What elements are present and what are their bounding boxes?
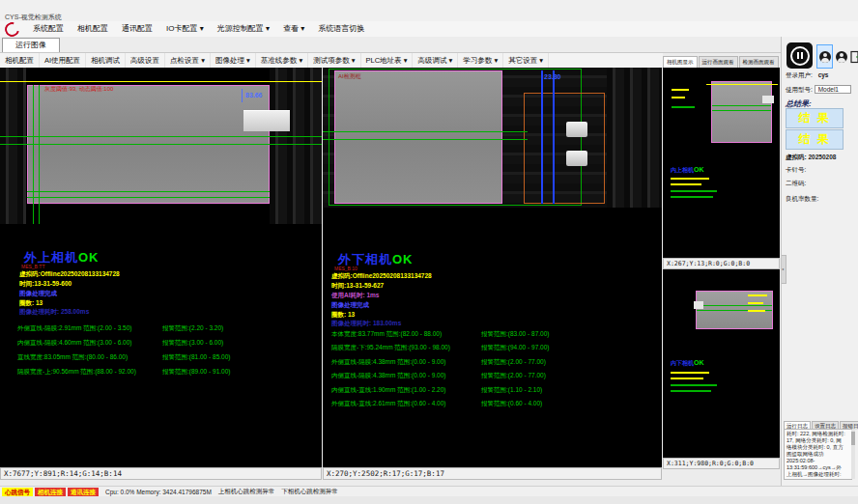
pixel-coordinate-bar: X:270;Y:2502;R:17;G:17;B:17 <box>323 467 662 480</box>
menu-comm-config[interactable]: 通讯配置 <box>115 21 159 37</box>
tool-learning-params[interactable]: 学习参数 ▾ <box>458 53 503 68</box>
measurement-text: 隔膜宽度-上:90.56mm 范围:(88.00 - 92.00) <box>17 368 136 377</box>
scrollbar-thumb[interactable] <box>851 432 855 445</box>
measurement-text: 外侧直线-隔膜:2.91mm 范围:(2.00 - 3.50) <box>17 324 131 333</box>
mini-part-region <box>711 81 772 143</box>
camera-name: 内下相机 <box>671 360 694 366</box>
mini-result-title: 内上相机OK <box>671 166 704 175</box>
pause-button[interactable] <box>786 42 813 69</box>
measure-value-label: 83.66 <box>245 92 263 98</box>
time-line: 时间:13-31-59-600 <box>19 280 72 289</box>
annotation-mark <box>672 89 689 91</box>
user-button[interactable] <box>816 44 833 69</box>
tool-advanced-debug[interactable]: 高级调试 ▾ <box>413 53 458 68</box>
window-titlebar: CYS-视觉检测系统 <box>0 0 858 21</box>
alarm-range: 报警范围:(2.00 - 77.00) <box>481 358 546 367</box>
collapse-handle[interactable]: ◂ <box>782 255 786 284</box>
log-output[interactable]: 耗时: 222, 网络检测耗时: 17, 网络分类耗时: 0, 网络模块分类耗时… <box>784 429 852 480</box>
overlay-green-line <box>697 305 772 306</box>
camera-status: OK <box>78 250 100 265</box>
thumb-tab-row: 相机图显示 运行画面观看 检测画面观看 <box>663 53 780 68</box>
overlay-green-vline <box>39 85 40 224</box>
overlay-blue-vline <box>553 70 555 204</box>
annotation-mark <box>671 378 703 379</box>
camera-name: 内上相机 <box>671 167 694 173</box>
annotation-mark <box>671 384 717 386</box>
camera-image-upper[interactable]: 灰度阈值:93, 动态阈值:100 83.66 <box>0 68 322 224</box>
menu-camera-config[interactable]: 相机配置 <box>71 21 115 37</box>
yield-count-label: 良机率数量: <box>786 195 818 204</box>
annotation-mark <box>672 106 695 108</box>
tool-spot-check[interactable]: 点检设置 ▾ <box>165 53 211 68</box>
alarm-range: 报警范围:(81.00 - 85.00) <box>162 353 230 362</box>
overlay-green-vline <box>33 85 34 224</box>
elapsed-line: 图像处理耗时: 258.00ms <box>19 308 89 317</box>
measurement-text: 内侧直线-隔膜:4.60mm 范围:(3.00 - 6.00) <box>17 339 131 348</box>
tool-test-params[interactable]: 测试项参数 ▾ <box>308 53 360 68</box>
tool-advanced-settings[interactable]: 高级设置 <box>126 53 165 68</box>
right-sidebar: 登录用户: cys 使用型号: Model1 总结果: 结 果 结 果 虚拟码:… <box>781 37 858 486</box>
tab-detect-view[interactable]: 检测画面观看 <box>739 56 779 68</box>
tool-plc-address[interactable]: PLC地址表 ▾ <box>361 53 414 68</box>
overlay-green-line <box>27 197 270 198</box>
count-line: 圈数: 13 <box>19 299 43 308</box>
camera-panel-lower: AI检测框 23.80 外下相机OK MES_B:10 虚拟码:Offline2… <box>323 68 662 480</box>
overlay-green-line <box>712 105 771 106</box>
process-line: 图像处理完成 <box>331 301 369 310</box>
alarm-range: 报警范围:(83.00 - 87.00) <box>481 330 549 339</box>
ai-box-label: AI检测框 <box>338 72 361 81</box>
operator-button[interactable] <box>833 44 849 69</box>
connector-tab <box>694 301 703 309</box>
thumbnail-camera-1[interactable]: 内上相机OK <box>663 68 780 258</box>
menu-io-config[interactable]: IO卡配置 ▾ <box>159 21 211 37</box>
overlay-blue-vline <box>541 70 543 204</box>
login-user-label: 登录用户: <box>786 71 813 78</box>
annotation-mark <box>671 372 709 374</box>
alarm-range: 报警范围:(0.60 - 4.00) <box>481 400 542 408</box>
pixel-coordinate-bar: X:311;Y:980;R:0;G:0;B:0 <box>663 458 780 469</box>
app-window: CYS-视觉检测系统 系统配置 相机配置 通讯配置 IO卡配置 ▾ 光源控制配置… <box>0 0 858 504</box>
alarm-range: 报警范围:(1.10 - 2.10) <box>481 386 542 395</box>
overlay-green-line <box>323 131 528 132</box>
login-user-value: cys <box>818 71 829 78</box>
qr-code-label: 二维码: <box>786 180 806 188</box>
menu-language-switch[interactable]: 系统语言切换 <box>311 21 371 37</box>
roi-orange-rect <box>524 93 605 204</box>
mini-result-title: 内下相机OK <box>671 359 704 368</box>
ai-time-line: 使用AI耗时: 1ms <box>331 292 379 300</box>
annotation-mark <box>671 196 713 198</box>
tab-run-image[interactable]: 运行图像 <box>2 38 60 52</box>
alarm-range: 报警范围:(2.00 - 77.00) <box>481 372 546 380</box>
exit-button[interactable] <box>848 44 858 69</box>
log-scrollbar[interactable] <box>851 430 855 479</box>
menu-view[interactable]: 查看 ▾ <box>276 21 311 37</box>
tool-camera-debug[interactable]: 相机调试 <box>86 53 126 68</box>
menu-light-config[interactable]: 光源控制配置 ▾ <box>211 21 276 37</box>
tool-ai-config[interactable]: AI使用配置 <box>40 53 86 68</box>
main-tab-row: 运行图像 <box>0 37 781 53</box>
model-select[interactable]: Model1 <box>815 85 851 94</box>
alarm-range: 报警范围:(89.00 - 91.00) <box>162 368 230 377</box>
result-box-upper: 结 果 <box>786 108 844 128</box>
thumbnail-camera-2[interactable]: 内下相机OK <box>663 269 780 458</box>
overlay-green-line <box>27 191 270 192</box>
tool-baseline-params[interactable]: 基准线参数 ▾ <box>256 53 308 68</box>
time-line: 时间:13-31-59-627 <box>331 282 384 291</box>
barcode-line: 虚拟码:Offline20250208133134728 <box>19 270 120 279</box>
tool-image-processing[interactable]: 图像处理 ▾ <box>211 53 256 68</box>
image-right-band <box>270 68 322 224</box>
tool-other-settings[interactable]: 其它设置 ▾ <box>503 53 549 68</box>
barcode-line: 虚拟码:Offline20250208133134728 <box>331 272 432 281</box>
annotation-mark <box>748 294 767 296</box>
tab-camera-display[interactable]: 相机图显示 <box>663 56 698 68</box>
threshold-label: 灰度阈值:93, 动态阈值:100 <box>44 85 113 94</box>
menu-system-config[interactable]: 系统配置 <box>26 21 71 37</box>
model-row: 使用型号: Model1 <box>786 85 851 95</box>
mes-status: MES_B:10 <box>334 266 358 271</box>
main-content: 运行图像 相机配置 AI使用配置 相机调试 高级设置 点检设置 ▾ 图像处理 ▾… <box>0 37 858 486</box>
pin-number-label: 卡针号: <box>786 166 806 175</box>
camera-image-lower[interactable]: AI检测框 23.80 <box>323 68 662 208</box>
tab-run-view[interactable]: 运行画面观看 <box>699 56 738 68</box>
part-region <box>334 70 502 204</box>
tool-camera-config[interactable]: 相机配置 <box>0 53 40 68</box>
